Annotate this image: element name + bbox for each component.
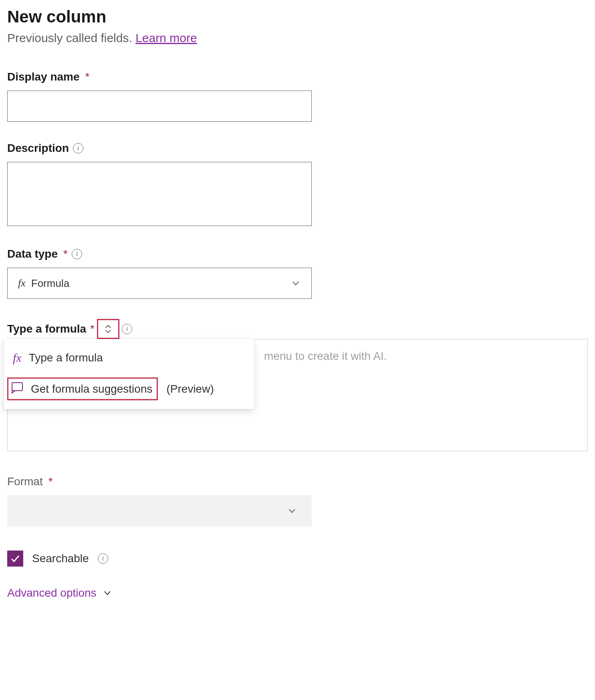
description-input[interactable] xyxy=(7,162,312,226)
preview-tag: (Preview) xyxy=(167,383,214,395)
chevron-down-icon xyxy=(287,506,297,516)
required-asterisk: * xyxy=(48,475,53,488)
info-icon[interactable]: i xyxy=(98,553,108,564)
data-type-value: Formula xyxy=(31,277,69,290)
required-asterisk: * xyxy=(85,71,90,83)
format-select[interactable] xyxy=(7,495,312,527)
subtitle: Previously called fields. Learn more xyxy=(7,31,588,45)
fx-icon: fx xyxy=(13,351,22,365)
dropdown-item-label: Type a formula xyxy=(29,351,103,364)
searchable-checkbox[interactable] xyxy=(7,551,23,567)
subtitle-text: Previously called fields. xyxy=(7,31,135,44)
info-icon[interactable]: i xyxy=(73,143,83,153)
dropdown-item-get-suggestions[interactable]: Get formula suggestions (Preview) xyxy=(4,371,254,407)
info-icon[interactable]: i xyxy=(72,249,82,259)
learn-more-link[interactable]: Learn more xyxy=(135,31,197,44)
advanced-options-toggle[interactable]: Advanced options xyxy=(7,587,113,599)
searchable-label: Searchable xyxy=(32,552,89,565)
page-title: New column xyxy=(7,7,588,26)
display-name-label: Display name xyxy=(7,71,80,83)
data-type-select[interactable]: fx Formula xyxy=(7,268,312,299)
dropdown-item-label: Get formula suggestions xyxy=(31,383,153,395)
format-label: Format xyxy=(7,475,43,488)
required-asterisk: * xyxy=(90,323,95,335)
chat-icon xyxy=(11,381,24,397)
required-asterisk: * xyxy=(63,248,68,260)
dropdown-item-type-formula[interactable]: fx Type a formula xyxy=(4,345,254,371)
chevron-down-icon xyxy=(102,588,113,598)
data-type-label: Data type xyxy=(7,248,58,260)
display-name-input[interactable] xyxy=(7,91,312,122)
svg-rect-0 xyxy=(12,383,22,391)
fx-icon: fx xyxy=(18,277,26,289)
description-label: Description xyxy=(7,142,69,155)
formula-label: Type a formula xyxy=(7,323,86,335)
advanced-options-label: Advanced options xyxy=(7,587,97,599)
formula-dropdown-menu: fx Type a formula Get formula suggestion… xyxy=(4,339,254,409)
formula-dropdown-toggle[interactable] xyxy=(97,319,119,339)
chevron-down-icon xyxy=(290,278,301,288)
info-icon[interactable]: i xyxy=(122,324,132,334)
